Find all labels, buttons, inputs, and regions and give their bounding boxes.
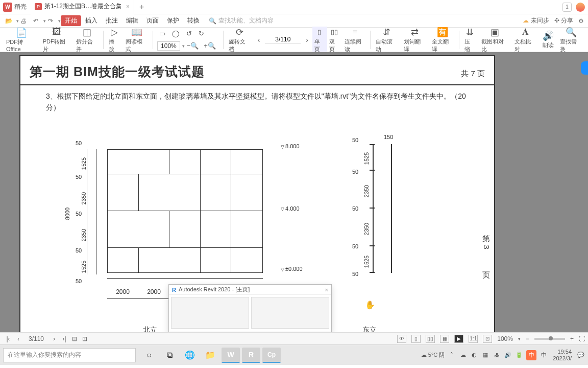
sync-status[interactable]: ☁ 未同步 (523, 16, 549, 25)
zoom-value[interactable]: 100% (157, 41, 180, 51)
find-replace-button[interactable]: 🔍查找替换 (557, 27, 585, 53)
pdf-to-office-button[interactable]: 📄PDF转Office (3, 27, 40, 52)
menu-protect[interactable]: 保护 (163, 15, 183, 26)
menu-annotate[interactable]: 批注 (102, 15, 122, 26)
taskbar-search[interactable]: 在这里输入你要搜索的内容 (3, 348, 136, 362)
document-tab[interactable]: P 第1-12期全国B…卷最全合集.pdf × (31, 0, 134, 14)
dim-row-3: 1525 (81, 261, 87, 273)
wps-taskbar-icon[interactable]: W (222, 348, 240, 363)
zoom-out-button[interactable]: − (526, 335, 529, 342)
crop-compare-button[interactable]: ▣截图和对比 (478, 27, 511, 53)
redo-icon[interactable]: ↷ (46, 16, 55, 26)
revit-taskbar-icon[interactable]: R (242, 348, 260, 363)
pdf-icon: P (35, 3, 42, 10)
auto-scroll-button[interactable]: ⇵自动滚动 (373, 27, 401, 53)
clock[interactable]: 19:542022/3/ (551, 349, 574, 361)
play-button[interactable]: ▷播放 (106, 27, 122, 53)
add-tab-button[interactable]: + (139, 3, 144, 12)
close-icon[interactable]: × (126, 3, 130, 10)
volume-icon[interactable]: 🔊 (504, 352, 512, 358)
select-tool[interactable]: ▭ (157, 28, 168, 39)
open-icon[interactable]: 📂 (4, 16, 13, 26)
double-page-button[interactable]: ▯▯双页 (327, 27, 342, 53)
menu-page[interactable]: 页面 (142, 15, 163, 26)
settings-icon[interactable]: ⚙ (578, 17, 584, 25)
read-mode-button[interactable]: 📖阅读模式 (122, 27, 151, 53)
read-aloud-button[interactable]: 🔊朗读 (540, 30, 557, 49)
play-icon[interactable]: ▶ (454, 335, 463, 343)
taskbar-preview-revit[interactable]: RAutodesk Revit 2020 - [主页]× (168, 284, 332, 332)
first-page-button[interactable]: |‹ (3, 335, 13, 342)
zoom-in-icon[interactable]: +🔍 (202, 40, 219, 52)
menu-convert[interactable]: 转换 (183, 15, 204, 26)
next-page-button[interactable]: › (49, 335, 59, 342)
rotate-tool[interactable]: ↻ (197, 28, 207, 39)
notifications-icon[interactable]: 💬 (577, 352, 585, 358)
share-button[interactable]: ✣ 分享 (554, 16, 573, 25)
pdf-to-image-button[interactable]: 🖼PDF转图片 (40, 27, 73, 53)
prev-page-button[interactable]: ‹ (258, 36, 260, 44)
side-panel-tab[interactable] (581, 61, 588, 75)
status-page[interactable]: 3/110 (29, 335, 44, 342)
full-translate-button[interactable]: 🈶全文翻译 (429, 27, 457, 53)
print-icon[interactable]: 🖨 (19, 16, 28, 26)
menu-edit[interactable]: 编辑 (122, 15, 142, 26)
hand-tool[interactable]: ↺ (184, 28, 195, 39)
fit-page-button[interactable]: ⊡ (80, 335, 90, 342)
menubar: 📂▾ 🖨 ↶▾ ↷▾ 开始 插入 批注 编辑 页面 保护 转换 🔍查找功能、文档… (0, 14, 588, 28)
zoom-in-button[interactable]: + (570, 335, 574, 342)
last-page-button[interactable]: ›| (59, 335, 69, 342)
view-single-icon[interactable]: ▯ (411, 335, 421, 343)
continuous-button[interactable]: ≣连续阅读 (342, 27, 369, 53)
page-indicator-input[interactable] (265, 36, 301, 43)
expand-icon[interactable]: ⛶ (579, 335, 585, 342)
ime-lang[interactable]: 中 (540, 351, 548, 359)
titlebar: W 稻壳 P 第1-12期全国B…卷最全合集.pdf × + 1 (0, 0, 588, 14)
ime-indicator[interactable]: 中 (526, 350, 536, 360)
dim-bottom-offset: 50 (76, 278, 82, 284)
one-to-one-icon[interactable]: 1:1 (469, 335, 478, 343)
chevron-up-icon[interactable]: ˄ (448, 352, 456, 358)
tray-icon[interactable]: ▦ (481, 352, 489, 358)
cp-taskbar-icon[interactable]: Cp (262, 348, 281, 363)
document-viewport[interactable]: 第一期 BIM技能一级考试试题 共 7 页 3、根据下图给定的北立面和东立面，创… (0, 52, 588, 332)
network-icon[interactable]: 🖧 (493, 352, 501, 358)
lasso-tool[interactable]: ◯ (170, 28, 183, 39)
menu-start[interactable]: 开始 (61, 15, 81, 26)
weather-widget[interactable]: ☁ 5°C 阴 (421, 351, 445, 359)
tray-icon[interactable]: ◐ (470, 352, 478, 358)
cortana-icon[interactable]: ○ (140, 348, 158, 363)
onedrive-icon[interactable]: ☁ (459, 352, 467, 358)
rotate-doc-button[interactable]: ⟳旋转文档 (226, 27, 254, 53)
dim-joint-2: 50 (76, 247, 82, 254)
view-double-icon[interactable]: ▯▯ (426, 335, 435, 343)
dim-joint-1: 50 (76, 211, 82, 217)
zoom-out-icon[interactable]: −🔍 (185, 40, 202, 52)
east-row-0: 1525 (363, 152, 370, 165)
single-page-button[interactable]: ▯单页 (312, 27, 327, 53)
task-view-icon[interactable]: ⧉ (160, 348, 179, 363)
explorer-icon[interactable]: 📁 (201, 348, 219, 363)
eye-icon[interactable]: 👁 (397, 335, 406, 343)
battery-icon[interactable]: 🔋 (515, 352, 523, 358)
user-avatar-icon[interactable] (576, 3, 585, 12)
preview-thumb (171, 297, 249, 329)
next-page-button[interactable]: › (306, 36, 308, 44)
window-count-badge[interactable]: 1 (562, 3, 572, 12)
edge-icon[interactable]: 🌐 (181, 348, 199, 363)
level-base: ±0.000 (281, 266, 303, 272)
fit-width-button[interactable]: ⊟ (69, 335, 80, 342)
close-icon[interactable]: × (325, 287, 328, 293)
zoom-slider[interactable] (534, 338, 565, 340)
compress-button[interactable]: ⇊压缩 (461, 27, 478, 53)
word-translate-button[interactable]: ⇄划词翻译 (401, 27, 429, 53)
view-grid-icon[interactable]: ▦ (440, 335, 449, 343)
split-merge-button[interactable]: ◫拆分合并 (73, 27, 101, 53)
undo-icon[interactable]: ↶ (31, 16, 40, 26)
status-zoom[interactable]: 100% (497, 335, 513, 342)
search-input[interactable]: 🔍查找功能、文档内容 (209, 16, 274, 25)
text-compare-button[interactable]: 𝐀文档比对 (511, 27, 540, 53)
menu-insert[interactable]: 插入 (81, 15, 102, 26)
prev-page-button[interactable]: ‹ (13, 335, 23, 342)
fit-icon[interactable]: ⊡ (483, 335, 492, 343)
